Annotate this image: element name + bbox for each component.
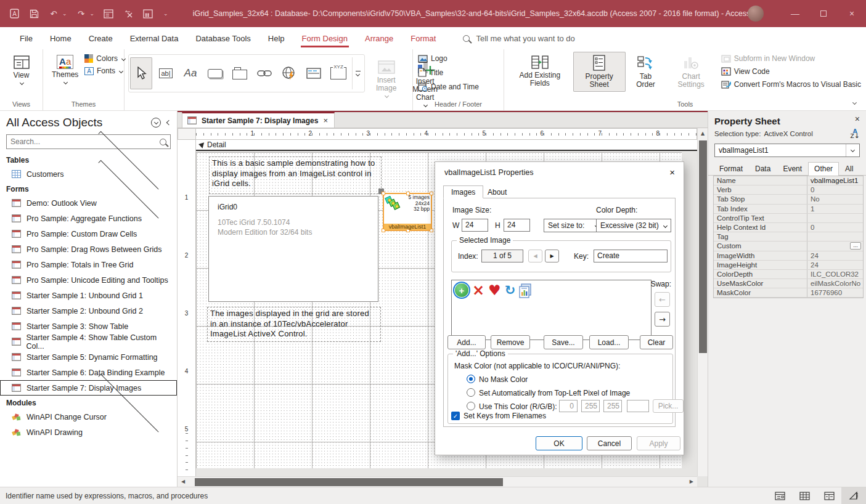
width-input[interactable]: 24 bbox=[462, 219, 488, 232]
nav-collapse-icon[interactable] bbox=[167, 121, 171, 124]
detail-section-bar[interactable]: Detail bbox=[196, 140, 697, 151]
tab-order-button[interactable]: Tab Order bbox=[627, 52, 665, 92]
customize-qat-icon[interactable]: ⌄ bbox=[163, 10, 168, 17]
dialog-action-button[interactable]: Load... bbox=[589, 335, 629, 349]
next-image-button[interactable]: ▶ bbox=[545, 250, 559, 262]
nav-search-box[interactable] bbox=[6, 134, 171, 149]
nav-section-modules[interactable]: Modules bbox=[0, 396, 177, 409]
insert-image-button[interactable]: Insert Image bbox=[371, 57, 401, 100]
color-depth-dropdown[interactable]: Excessive (32 bit) bbox=[596, 219, 671, 232]
ribbon-tab[interactable]: Form Design bbox=[293, 28, 356, 49]
controls-more-button[interactable] bbox=[352, 57, 363, 89]
sort-az-icon[interactable]: AZ↓ bbox=[851, 129, 860, 139]
nav-item-form[interactable]: Starter Sample 5: Dynamic Formatting bbox=[0, 349, 177, 365]
property-row[interactable]: Tab Index 1 bbox=[714, 205, 863, 214]
property-value[interactable]: 24 bbox=[807, 261, 863, 269]
vertical-scrollbar[interactable]: ▲ bbox=[697, 128, 708, 476]
property-value[interactable]: ... bbox=[807, 242, 863, 250]
button-control-button[interactable] bbox=[204, 57, 226, 89]
ok-button[interactable]: OK bbox=[536, 436, 582, 450]
nav-section-tables[interactable]: Tables bbox=[0, 153, 177, 166]
horizontal-scrollbar[interactable]: ◀ ▶ bbox=[178, 476, 697, 487]
nav-item-form[interactable]: Starter Sample 1: Unbound Grid 1 bbox=[0, 288, 177, 303]
property-row[interactable]: Name vbalImageList1 bbox=[714, 176, 863, 185]
nav-item-form[interactable]: Starter Sample 2: Unbound Grid 2 bbox=[0, 303, 177, 319]
property-value[interactable]: 16776960 bbox=[807, 288, 863, 297]
nav-item-module[interactable]: WinAPI Change Cursor bbox=[0, 409, 177, 425]
document-tab[interactable]: Starter Sample 7: Display Images × bbox=[182, 112, 335, 128]
textbox-control-button[interactable]: ab| bbox=[155, 57, 177, 89]
nav-item-form[interactable]: Starter Sample 4: Show Table Custom Col.… bbox=[0, 334, 177, 349]
ribbon-tab[interactable]: Format bbox=[402, 28, 444, 49]
tell-me-box[interactable]: Tell me what you want to do bbox=[463, 34, 574, 43]
property-sheet-tab[interactable]: All bbox=[839, 162, 859, 175]
key-input[interactable]: Create bbox=[594, 250, 668, 262]
ribbon-tab[interactable]: External Data bbox=[121, 28, 187, 49]
property-row[interactable]: Verb 0 bbox=[714, 185, 863, 195]
search-input[interactable] bbox=[10, 137, 160, 146]
ribbon-tab[interactable]: Database Tools bbox=[187, 28, 259, 49]
property-value[interactable]: 24 bbox=[807, 251, 863, 260]
property-value[interactable]: eilMaskColorNo bbox=[807, 279, 863, 288]
ribbon-tab[interactable]: Home bbox=[41, 28, 80, 49]
property-value[interactable] bbox=[807, 214, 863, 222]
themes-button[interactable]: Aa Themes bbox=[47, 52, 83, 87]
form-view-icon[interactable] bbox=[103, 8, 114, 19]
maximize-button[interactable] bbox=[809, 0, 838, 27]
nav-item-form[interactable]: Pro Sample: Drag Rows Between Grids bbox=[0, 242, 177, 257]
previous-image-button[interactable]: ◀ bbox=[528, 250, 542, 262]
account-avatar[interactable] bbox=[748, 6, 764, 22]
control-selector-dropdown[interactable]: vbalImageList1 bbox=[714, 144, 860, 157]
property-value[interactable]: 0 bbox=[807, 223, 863, 232]
scroll-left-icon[interactable]: ◀ bbox=[181, 479, 185, 484]
dialog-action-button[interactable]: Remove bbox=[491, 335, 530, 349]
apply-button[interactable]: Apply bbox=[637, 436, 680, 450]
property-value[interactable]: vbalImageList1 bbox=[807, 176, 863, 185]
property-value[interactable]: No bbox=[807, 195, 863, 203]
property-row[interactable]: Tab Stop No bbox=[714, 195, 863, 204]
date-time-button[interactable]: Date and Time bbox=[418, 82, 479, 91]
select-tool-button[interactable] bbox=[130, 57, 152, 89]
property-row[interactable]: Tag bbox=[714, 232, 863, 242]
form-view-button[interactable] bbox=[767, 487, 792, 504]
undo-icon[interactable]: ↶ bbox=[48, 8, 59, 19]
hyperlink-control-button[interactable] bbox=[253, 57, 276, 89]
close-button[interactable]: × bbox=[838, 0, 866, 27]
nav-item-form[interactable]: Pro Sample: Totals in Tree Grid bbox=[0, 257, 177, 272]
ribbon-tab[interactable]: File bbox=[11, 28, 41, 49]
property-value[interactable]: 1 bbox=[807, 205, 863, 213]
property-sheet-tab[interactable]: Format bbox=[713, 162, 749, 175]
ribbon-tab[interactable]: Arrange bbox=[356, 28, 402, 49]
ribbon-tab[interactable]: Create bbox=[80, 28, 121, 49]
heart-image-icon[interactable]: ♥ bbox=[488, 283, 501, 297]
redo-icon[interactable]: ↷ bbox=[76, 8, 87, 19]
height-input[interactable]: 24 bbox=[504, 219, 530, 232]
vertical-scroll-thumb[interactable] bbox=[699, 140, 707, 353]
dialog-close-icon[interactable]: × bbox=[669, 167, 675, 177]
property-row[interactable]: ControlTip Text bbox=[714, 214, 863, 223]
report-image-icon[interactable] bbox=[519, 283, 533, 298]
view-code-icon[interactable] bbox=[142, 8, 153, 19]
dialog-tab-images[interactable]: Images bbox=[443, 185, 483, 198]
view-button[interactable]: View bbox=[8, 52, 35, 87]
tab-control-button[interactable] bbox=[229, 57, 251, 89]
design-view-button[interactable] bbox=[841, 487, 866, 504]
title-button[interactable]: Title bbox=[418, 68, 479, 77]
scroll-right-icon[interactable]: ▶ bbox=[690, 479, 693, 484]
green-input[interactable]: 255 bbox=[581, 400, 600, 412]
minimize-button[interactable]: — bbox=[781, 0, 809, 27]
ruler-corner[interactable] bbox=[178, 128, 196, 140]
vertical-ruler[interactable]: 12345 bbox=[178, 140, 196, 476]
red-input[interactable]: 0 bbox=[559, 400, 578, 412]
add-image-icon[interactable]: + bbox=[455, 283, 468, 297]
property-value[interactable]: 0 bbox=[807, 185, 863, 194]
ellipsis-button[interactable]: ... bbox=[850, 242, 861, 250]
logo-button[interactable]: Logo bbox=[418, 54, 479, 63]
save-icon[interactable] bbox=[28, 8, 39, 19]
group-control-button[interactable]: XYZ bbox=[327, 57, 349, 89]
swap-right-button[interactable]: → bbox=[655, 312, 670, 327]
horizontal-ruler[interactable]: 12345678 bbox=[196, 128, 697, 140]
property-sheet-tab[interactable]: Event bbox=[777, 162, 808, 175]
property-sheet-button[interactable]: Property Sheet bbox=[573, 52, 626, 92]
horizontal-scroll-thumb[interactable] bbox=[195, 478, 503, 486]
